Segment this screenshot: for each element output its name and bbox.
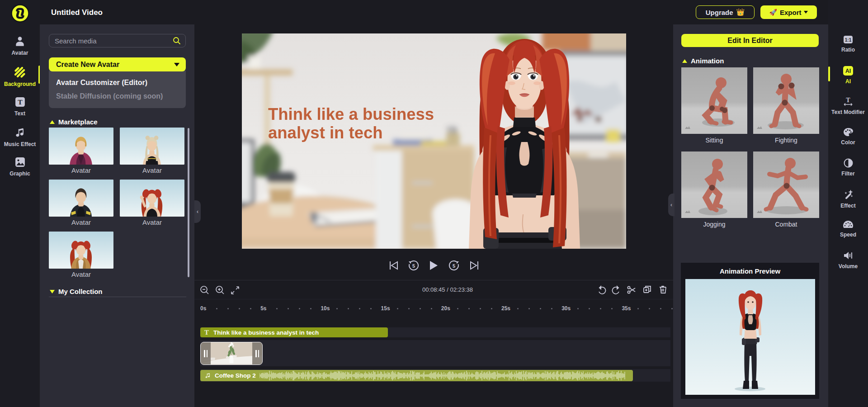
svg-text:T: T — [18, 98, 23, 106]
svg-text:1:1: 1:1 — [845, 38, 852, 43]
svg-text:5: 5 — [412, 263, 415, 269]
svg-text:5: 5 — [453, 263, 455, 269]
svg-text:Think like a business: Think like a business — [268, 105, 434, 123]
svg-text:AI: AI — [845, 68, 851, 74]
svg-text:T: T — [846, 97, 850, 104]
svg-text:analyst in tech: analyst in tech — [268, 123, 383, 142]
